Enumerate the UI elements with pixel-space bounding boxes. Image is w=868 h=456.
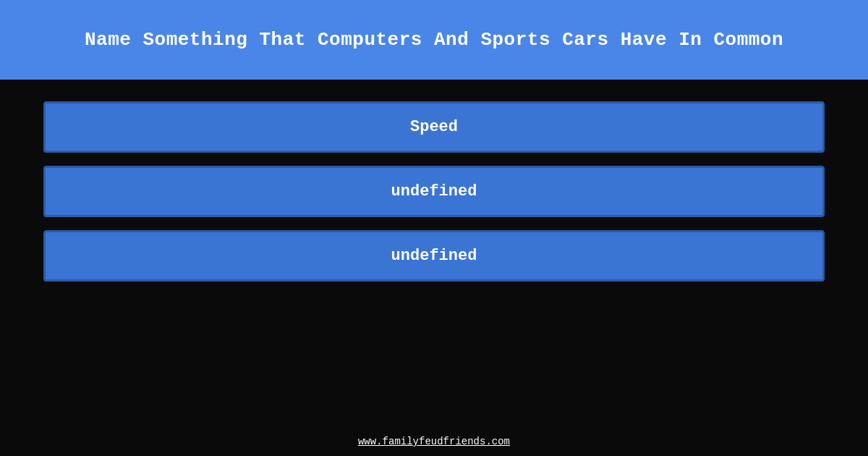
answer-row-1: Speed xyxy=(43,101,825,153)
answers-container: Speed undefined undefined xyxy=(0,80,868,427)
answer-row-3: undefined xyxy=(43,230,825,282)
question-title: Name Something That Computers And Sports… xyxy=(85,29,783,51)
question-header: Name Something That Computers And Sports… xyxy=(0,0,868,80)
answer-text-1: Speed xyxy=(410,118,458,136)
footer-url: www.familyfeudfriends.com xyxy=(358,436,510,447)
page-footer: www.familyfeudfriends.com xyxy=(0,427,868,456)
answer-text-3: undefined xyxy=(391,247,477,265)
answer-text-2: undefined xyxy=(391,182,477,200)
answer-row-2: undefined xyxy=(43,166,825,217)
